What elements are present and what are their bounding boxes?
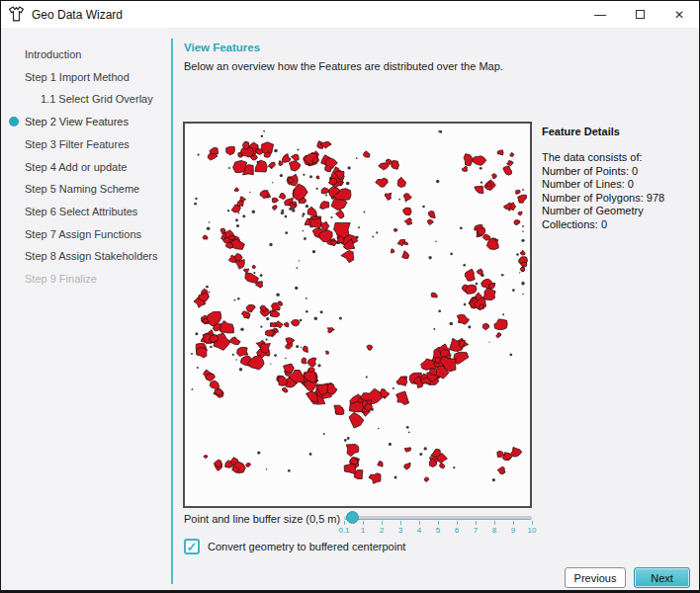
slider-tick-label: 4 (417, 526, 421, 535)
slider-tick-label: 8 (492, 526, 496, 535)
sidebar-item-label: Step 6 Select Attributes (1, 206, 137, 217)
geo-data-wizard-window: Geo Data Wizard — ✕ IntroductionStep 1 I… (0, 0, 700, 593)
title-bar[interactable]: Geo Data Wizard — ✕ (1, 1, 699, 28)
slider-tick-label: 1 (361, 526, 365, 535)
app-logo-icon (8, 6, 25, 23)
slider-tick-label: 7 (474, 526, 478, 535)
sidebar-item-label: Step 5 Naming Scheme (1, 183, 139, 195)
sidebar-item-label: Step 8 Assign Stakeholders (1, 250, 158, 262)
slider-tick (419, 521, 420, 525)
page-subtitle: Below an overview how the Features are d… (184, 60, 503, 72)
slider-tick (382, 521, 383, 525)
slider-tick-label: 6 (455, 526, 459, 535)
convert-geometry-row: ✓ Convert geometry to buffered centerpoi… (184, 539, 405, 554)
sidebar-item-step-5-naming-scheme[interactable]: Step 5 Naming Scheme (1, 179, 171, 199)
slider-tick (457, 521, 458, 525)
feature-details-title: Feature Details (542, 126, 698, 137)
sidebar-item-step-4-add-or-update[interactable]: Step 4 Add or update (1, 157, 171, 177)
feature-detail-line: Number of Lines: 0 (542, 178, 698, 192)
slider-tick (344, 521, 345, 525)
checkmark-icon: ✓ (187, 541, 198, 553)
sidebar-item-step-9-finalize: Step 9 Finalize (1, 269, 171, 289)
feature-detail-line: Number of Points: 0 (542, 165, 698, 179)
close-icon: ✕ (674, 8, 684, 22)
sidebar-item-introduction[interactable]: Introduction (1, 44, 171, 64)
sidebar-item-label: Step 3 Filter Features (1, 138, 130, 150)
minimize-button[interactable]: — (580, 1, 620, 28)
slider-tick-label: 9 (511, 526, 515, 535)
buffer-size-label: Point and line buffer size (0,5 m) (184, 513, 340, 525)
window-title: Geo Data Wizard (32, 8, 123, 22)
feature-map-canvas (183, 122, 532, 508)
sidebar-item-label: Step 4 Add or update (1, 161, 127, 173)
sidebar-item-1-1-select-grid-overlay[interactable]: 1.1 Select Grid Overlay (1, 89, 171, 109)
wizard-steps-sidebar: IntroductionStep 1 Import Method1.1 Sele… (1, 28, 171, 590)
convert-geometry-label: Convert geometry to buffered centerpoint (208, 541, 405, 552)
sidebar-item-label: Introduction (1, 48, 81, 60)
sidebar-item-label: Step 2 View Features (1, 116, 129, 127)
maximize-icon (636, 10, 645, 19)
buffer-size-slider[interactable]: 0.112345678910 (344, 510, 532, 536)
sidebar-item-label: Step 1 Import Method (1, 71, 130, 83)
sidebar-item-step-8-assign-stakeholders[interactable]: Step 8 Assign Stakeholders (1, 246, 171, 266)
sidebar-item-step-7-assign-functions[interactable]: Step 7 Assign Functions (1, 224, 171, 244)
slider-thumb[interactable] (346, 511, 359, 524)
sidebar-item-step-1-import-method[interactable]: Step 1 Import Method (1, 67, 171, 87)
convert-geometry-checkbox[interactable]: ✓ (184, 539, 200, 554)
slider-tick-label: 3 (398, 526, 402, 535)
feature-details-panel: Feature Details The data consists of:Num… (542, 126, 698, 231)
sidebar-item-label: 1.1 Select Grid Overlay (1, 93, 153, 105)
minimize-icon: — (594, 8, 606, 22)
slider-tick (513, 521, 514, 525)
sidebar-item-step-3-filter-features[interactable]: Step 3 Filter Features (1, 134, 171, 154)
slider-tick-label: 0.1 (338, 526, 349, 535)
page-title: View Features (184, 42, 260, 53)
sidebar-item-step-2-view-features[interactable]: Step 2 View Features (1, 112, 171, 131)
feature-detail-line: Number of Geometry Collections: 0 (542, 205, 698, 231)
feature-detail-line: The data consists of: (542, 151, 698, 165)
sidebar-divider (171, 39, 173, 584)
slider-tick-label: 10 (528, 526, 537, 535)
slider-tick (438, 521, 439, 525)
slider-tick-label: 2 (380, 526, 384, 535)
slider-tick (363, 521, 364, 525)
slider-tick (494, 521, 495, 525)
sidebar-item-label: Step 7 Assign Functions (1, 228, 141, 240)
slider-tick (532, 521, 533, 525)
slider-tick (476, 521, 477, 525)
feature-detail-line: Number of Polygons: 978 (542, 192, 698, 206)
sidebar-item-step-6-select-attributes[interactable]: Step 6 Select Attributes (1, 202, 171, 221)
slider-track[interactable] (344, 516, 532, 520)
maximize-button[interactable] (620, 1, 659, 28)
slider-tick (400, 521, 401, 525)
close-button[interactable]: ✕ (659, 1, 699, 28)
next-button[interactable]: Next (634, 567, 690, 588)
slider-tick-label: 5 (436, 526, 440, 535)
sidebar-item-label: Step 9 Finalize (1, 273, 97, 285)
previous-button[interactable]: Previous (565, 567, 626, 588)
